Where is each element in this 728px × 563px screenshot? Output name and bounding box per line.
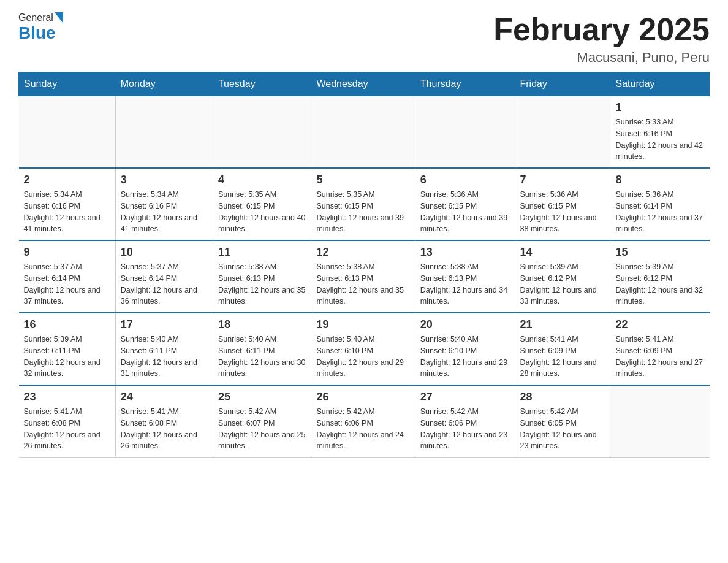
day-info: Sunrise: 5:38 AM Sunset: 6:13 PM Dayligh… (420, 261, 510, 307)
day-info: Sunrise: 5:35 AM Sunset: 6:15 PM Dayligh… (218, 189, 306, 235)
day-number: 4 (218, 174, 306, 186)
day-number: 25 (218, 391, 306, 404)
header-cell-wednesday: Wednesday (311, 72, 415, 96)
logo-blue-text: Blue (18, 23, 56, 42)
day-number: 7 (520, 174, 605, 186)
day-number: 3 (121, 174, 208, 186)
day-number: 26 (316, 391, 409, 404)
day-info: Sunrise: 5:36 AM Sunset: 6:14 PM Dayligh… (615, 189, 704, 235)
calendar-cell: 5Sunrise: 5:35 AM Sunset: 6:15 PM Daylig… (311, 168, 415, 240)
week-row-2: 2Sunrise: 5:34 AM Sunset: 6:16 PM Daylig… (19, 168, 710, 240)
day-number: 13 (420, 246, 510, 259)
calendar-cell: 8Sunrise: 5:36 AM Sunset: 6:14 PM Daylig… (610, 168, 710, 240)
location-text: Macusani, Puno, Peru (493, 50, 710, 66)
day-number: 18 (218, 318, 306, 331)
day-number: 28 (520, 391, 605, 404)
day-info: Sunrise: 5:42 AM Sunset: 6:05 PM Dayligh… (520, 406, 605, 452)
calendar-cell: 12Sunrise: 5:38 AM Sunset: 6:13 PM Dayli… (311, 240, 415, 313)
calendar-cell: 11Sunrise: 5:38 AM Sunset: 6:13 PM Dayli… (213, 240, 311, 313)
day-number: 27 (420, 391, 510, 404)
logo: General Blue (18, 12, 64, 43)
day-number: 11 (218, 246, 306, 259)
calendar-cell: 28Sunrise: 5:42 AM Sunset: 6:05 PM Dayli… (515, 385, 610, 458)
day-number: 24 (121, 391, 208, 404)
day-info: Sunrise: 5:37 AM Sunset: 6:14 PM Dayligh… (121, 261, 208, 307)
calendar-cell: 7Sunrise: 5:36 AM Sunset: 6:15 PM Daylig… (515, 168, 610, 240)
logo-general-text: General (18, 12, 53, 23)
calendar-cell: 23Sunrise: 5:41 AM Sunset: 6:08 PM Dayli… (19, 385, 116, 458)
day-number: 8 (615, 174, 704, 186)
calendar-cell: 26Sunrise: 5:42 AM Sunset: 6:06 PM Dayli… (311, 385, 415, 458)
day-info: Sunrise: 5:35 AM Sunset: 6:15 PM Dayligh… (316, 189, 409, 235)
calendar-cell: 10Sunrise: 5:37 AM Sunset: 6:14 PM Dayli… (115, 240, 213, 313)
header-cell-tuesday: Tuesday (213, 72, 311, 96)
calendar-cell: 9Sunrise: 5:37 AM Sunset: 6:14 PM Daylig… (19, 240, 116, 313)
day-number: 14 (520, 246, 605, 259)
day-info: Sunrise: 5:36 AM Sunset: 6:15 PM Dayligh… (520, 189, 605, 235)
calendar-cell (311, 96, 415, 169)
calendar-cell: 2Sunrise: 5:34 AM Sunset: 6:16 PM Daylig… (19, 168, 116, 240)
day-number: 1 (615, 101, 704, 114)
day-number: 10 (121, 246, 208, 259)
calendar-cell: 19Sunrise: 5:40 AM Sunset: 6:10 PM Dayli… (311, 313, 415, 385)
day-info: Sunrise: 5:40 AM Sunset: 6:11 PM Dayligh… (218, 334, 306, 380)
page-header: General Blue February 2025 Macusani, Pun… (18, 12, 710, 66)
header-cell-saturday: Saturday (610, 72, 710, 96)
day-number: 17 (121, 318, 208, 331)
header-cell-friday: Friday (515, 72, 610, 96)
calendar-table: SundayMondayTuesdayWednesdayThursdayFrid… (18, 72, 710, 458)
calendar-cell: 14Sunrise: 5:39 AM Sunset: 6:12 PM Dayli… (515, 240, 610, 313)
calendar-cell (415, 96, 515, 169)
day-number: 15 (615, 246, 704, 259)
day-info: Sunrise: 5:34 AM Sunset: 6:16 PM Dayligh… (24, 189, 110, 235)
day-number: 2 (24, 174, 110, 186)
day-info: Sunrise: 5:36 AM Sunset: 6:15 PM Dayligh… (420, 189, 510, 235)
day-number: 16 (24, 318, 110, 331)
week-row-3: 9Sunrise: 5:37 AM Sunset: 6:14 PM Daylig… (19, 240, 710, 313)
header-row: SundayMondayTuesdayWednesdayThursdayFrid… (19, 72, 710, 96)
calendar-cell: 17Sunrise: 5:40 AM Sunset: 6:11 PM Dayli… (115, 313, 213, 385)
day-info: Sunrise: 5:40 AM Sunset: 6:10 PM Dayligh… (316, 334, 409, 380)
calendar-cell: 15Sunrise: 5:39 AM Sunset: 6:12 PM Dayli… (610, 240, 710, 313)
day-number: 9 (24, 246, 110, 259)
day-number: 12 (316, 246, 409, 259)
header-cell-sunday: Sunday (19, 72, 116, 96)
header-cell-thursday: Thursday (415, 72, 515, 96)
month-title: February 2025 (493, 12, 710, 47)
calendar-cell: 25Sunrise: 5:42 AM Sunset: 6:07 PM Dayli… (213, 385, 311, 458)
day-number: 21 (520, 318, 605, 331)
calendar-cell: 16Sunrise: 5:39 AM Sunset: 6:11 PM Dayli… (19, 313, 116, 385)
week-row-4: 16Sunrise: 5:39 AM Sunset: 6:11 PM Dayli… (19, 313, 710, 385)
calendar-cell: 18Sunrise: 5:40 AM Sunset: 6:11 PM Dayli… (213, 313, 311, 385)
calendar-cell (19, 96, 116, 169)
calendar-cell: 6Sunrise: 5:36 AM Sunset: 6:15 PM Daylig… (415, 168, 515, 240)
day-number: 6 (420, 174, 510, 186)
day-number: 22 (615, 318, 704, 331)
calendar-cell (515, 96, 610, 169)
day-info: Sunrise: 5:39 AM Sunset: 6:12 PM Dayligh… (615, 261, 704, 307)
week-row-5: 23Sunrise: 5:41 AM Sunset: 6:08 PM Dayli… (19, 385, 710, 458)
day-number: 20 (420, 318, 510, 331)
day-info: Sunrise: 5:33 AM Sunset: 6:16 PM Dayligh… (615, 117, 704, 163)
calendar-cell (115, 96, 213, 169)
day-info: Sunrise: 5:40 AM Sunset: 6:10 PM Dayligh… (420, 334, 510, 380)
day-number: 23 (24, 391, 110, 404)
calendar-cell: 27Sunrise: 5:42 AM Sunset: 6:06 PM Dayli… (415, 385, 515, 458)
title-section: February 2025 Macusani, Puno, Peru (493, 12, 710, 66)
calendar-cell: 13Sunrise: 5:38 AM Sunset: 6:13 PM Dayli… (415, 240, 515, 313)
calendar-cell: 4Sunrise: 5:35 AM Sunset: 6:15 PM Daylig… (213, 168, 311, 240)
day-number: 19 (316, 318, 409, 331)
calendar-cell (213, 96, 311, 169)
day-number: 5 (316, 174, 409, 186)
day-info: Sunrise: 5:42 AM Sunset: 6:07 PM Dayligh… (218, 406, 306, 452)
day-info: Sunrise: 5:39 AM Sunset: 6:11 PM Dayligh… (24, 334, 110, 380)
day-info: Sunrise: 5:41 AM Sunset: 6:08 PM Dayligh… (24, 406, 110, 452)
header-cell-monday: Monday (115, 72, 213, 96)
day-info: Sunrise: 5:41 AM Sunset: 6:09 PM Dayligh… (520, 334, 605, 380)
calendar-cell: 3Sunrise: 5:34 AM Sunset: 6:16 PM Daylig… (115, 168, 213, 240)
day-info: Sunrise: 5:38 AM Sunset: 6:13 PM Dayligh… (218, 261, 306, 307)
calendar-cell: 1Sunrise: 5:33 AM Sunset: 6:16 PM Daylig… (610, 96, 710, 169)
calendar-body: 1Sunrise: 5:33 AM Sunset: 6:16 PM Daylig… (19, 96, 710, 458)
calendar-cell: 21Sunrise: 5:41 AM Sunset: 6:09 PM Dayli… (515, 313, 610, 385)
week-row-1: 1Sunrise: 5:33 AM Sunset: 6:16 PM Daylig… (19, 96, 710, 169)
